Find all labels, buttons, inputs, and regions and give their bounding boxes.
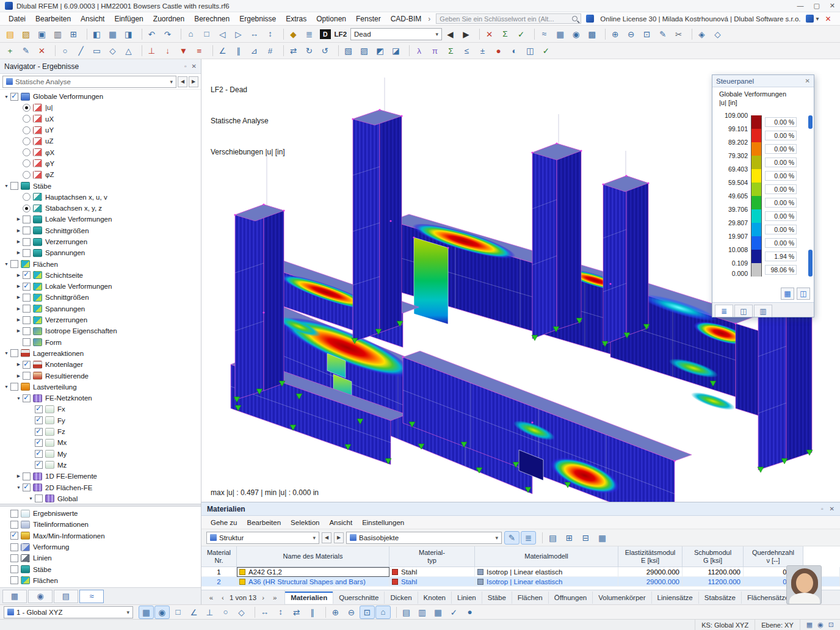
toolbar-icon[interactable]: ▦ [105, 27, 120, 41]
expander-icon[interactable] [27, 496, 35, 501]
expander-icon[interactable] [2, 184, 10, 188]
toolbar-icon[interactable]: ✎ [504, 531, 520, 545]
toolbar-icon[interactable]: ⊡ [639, 27, 654, 41]
nav-tree-item[interactable]: Fz [0, 426, 201, 437]
toolbar-icon[interactable] [280, 29, 284, 40]
toolbar-icon[interactable]: # [262, 44, 278, 57]
toolbar-icon[interactable]: ⊖ [623, 27, 639, 41]
toolbar-icon[interactable]: ± [475, 44, 490, 57]
toolbar-icon[interactable]: ⊥ [144, 44, 159, 57]
toolbar-icon[interactable]: + [2, 44, 18, 57]
toolbar-icon[interactable]: ✕ [482, 27, 497, 41]
scroll-right-button[interactable]: ▶ [189, 76, 198, 87]
chevron-down-icon[interactable]: ▾ [814, 15, 822, 22]
nav-tree-item[interactable]: Lagerreaktionen [0, 348, 201, 359]
toolbar-icon[interactable]: ◇ [234, 606, 249, 619]
toolbar-icon[interactable]: ◫ [523, 44, 538, 57]
toggle-control[interactable] [23, 238, 31, 246]
nav-tree-item[interactable]: FE-Netzknoten [0, 393, 201, 404]
table-tab[interactable]: Flächen [512, 592, 549, 604]
toggle-control[interactable] [10, 260, 18, 268]
toolbar-icon[interactable]: ≡ [192, 44, 207, 57]
status-icon[interactable]: ⊡ [828, 621, 834, 629]
toolbar-icon[interactable]: ▤ [545, 531, 560, 545]
toolbar-icon[interactable] [138, 45, 142, 56]
column-header[interactable]: Material- typ [389, 546, 475, 567]
toolbar-icon[interactable] [530, 29, 535, 40]
toolbar-icon[interactable] [335, 45, 339, 56]
toolbar-icon[interactable]: ▷ [231, 27, 246, 41]
expander-icon[interactable] [2, 95, 10, 99]
toggle-control[interactable] [35, 450, 43, 458]
toolbar-icon[interactable]: ⇄ [289, 606, 304, 619]
nav-tree-item[interactable]: Fy [0, 415, 201, 426]
toolbar-icon[interactable]: ▥ [50, 27, 65, 41]
toggle-control[interactable] [23, 472, 31, 480]
toggle-control[interactable] [23, 159, 31, 167]
table-tab[interactable]: Linien [452, 592, 482, 604]
toolbar-icon[interactable] [476, 29, 480, 40]
nav-tree-item[interactable]: Globale Verformungen [0, 91, 201, 102]
menu-scroll-icon[interactable]: › [426, 15, 432, 23]
expander-icon[interactable] [15, 217, 23, 222]
toolbar-icon[interactable] [538, 532, 543, 543]
toggle-control[interactable] [23, 249, 31, 257]
panel-button[interactable]: ▦ [781, 288, 794, 300]
toolbar-icon[interactable]: ↔ [257, 606, 272, 619]
table-row[interactable]: 2 A36 (HR Structural Shapes and Bars) St… [201, 577, 840, 587]
nav-tree-item[interactable]: Form [0, 337, 201, 348]
toolbar-icon[interactable]: ↕ [262, 27, 278, 41]
toolbar-icon[interactable]: ◈ [694, 27, 709, 41]
toolbar-icon[interactable] [177, 29, 181, 40]
nav-tree-item[interactable]: Mx [0, 437, 201, 448]
toolbar-icon[interactable] [138, 29, 142, 40]
toolbar-icon[interactable]: ∥ [305, 606, 320, 619]
menu-item[interactable]: Einfügen [109, 13, 148, 24]
toolbar-icon[interactable] [405, 45, 410, 56]
nav-tree-item[interactable]: Isotrope Eigenschaften [0, 325, 201, 336]
toolbar-icon[interactable]: ◪ [388, 44, 404, 57]
toggle-control[interactable] [23, 148, 31, 156]
material-name-cell[interactable]: A242 G1,2 [237, 567, 389, 577]
toggle-control[interactable] [23, 294, 31, 302]
toolbar-icon[interactable]: ⊕ [328, 606, 343, 619]
prev-page-button[interactable]: ‹ [218, 594, 228, 601]
prev-table-button[interactable]: ◀ [322, 532, 331, 543]
nav-tree-item[interactable]: Verzerrungen [0, 314, 201, 325]
navigator-tab[interactable]: ≈ [79, 590, 104, 603]
nav-tree-item[interactable]: Fx [0, 404, 201, 415]
toolbar-icon[interactable]: ≈ [537, 27, 552, 41]
toolbar-icon[interactable]: ⇄ [286, 44, 301, 57]
expander-icon[interactable] [15, 284, 23, 289]
elastic-modulus-cell[interactable]: 29000.000 [618, 577, 682, 587]
table-tab[interactable]: Materialien [285, 592, 333, 604]
toggle-control[interactable] [23, 271, 31, 279]
toolbar-icon[interactable]: ≤ [459, 44, 474, 57]
table-tab[interactable]: Liniensätze [652, 592, 699, 604]
nav-tree-item[interactable]: Verformung [0, 541, 201, 552]
panel-tab[interactable]: ≣ [715, 305, 733, 317]
toolbar-icon[interactable]: ✂ [671, 27, 686, 41]
elastic-modulus-cell[interactable]: 29000.000 [618, 567, 682, 577]
toolbar-icon[interactable]: ▩ [584, 27, 599, 41]
material-number-cell[interactable]: 1 [201, 567, 237, 577]
expander-icon[interactable] [15, 228, 23, 233]
nav-tree-item[interactable]: φZ [0, 169, 201, 180]
nav-tree-item[interactable]: uY [0, 125, 201, 136]
toolbar-icon[interactable]: ⊖ [344, 606, 359, 619]
chevron-down-icon[interactable]: ▾ [170, 79, 173, 85]
scale-slider-top[interactable] [808, 115, 813, 129]
toolbar-icon[interactable]: ✎ [18, 44, 34, 57]
coordinate-system-select[interactable]: 1 - Global XYZ ▾ [4, 606, 133, 618]
panel-tab[interactable]: ◫ [734, 305, 753, 317]
expander-icon[interactable] [15, 295, 23, 300]
toolbar-icon[interactable]: ◨ [121, 27, 136, 41]
maximize-icon[interactable]: ▢ [813, 2, 819, 10]
toggle-control[interactable] [10, 543, 18, 551]
dock-icon[interactable]: ▫ [184, 63, 187, 70]
material-model-cell[interactable]: Isotrop | Linear elastisch [475, 577, 618, 587]
toolbar-icon[interactable]: ↻ [302, 44, 317, 57]
menu-item[interactable]: Einstellungen [358, 518, 408, 527]
menu-item[interactable]: Berechnen [189, 13, 234, 24]
toggle-control[interactable] [23, 372, 31, 380]
